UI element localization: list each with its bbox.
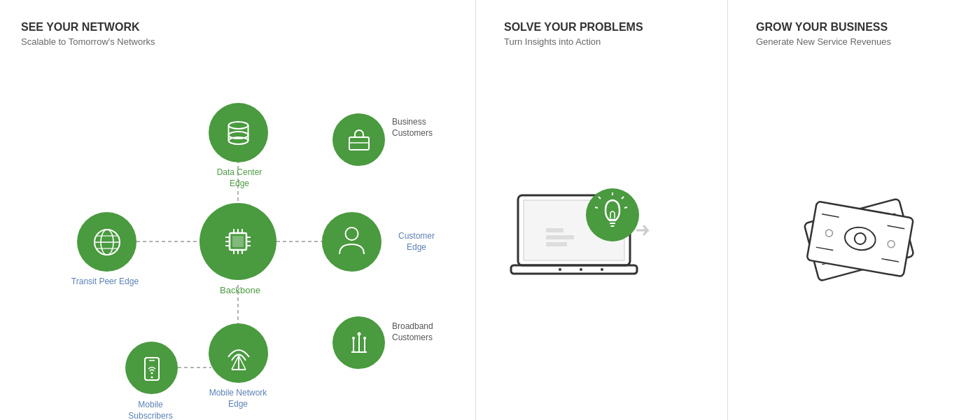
laptop-lightbulb-svg (504, 160, 658, 300)
right-section: GROW YOUR BUSINESS Generate New Service … (728, 0, 980, 420)
svg-rect-52 (511, 265, 637, 274)
middle-title: SOLVE YOUR PROBLEMS (504, 21, 643, 34)
broadband-customers-label: BroadbandCustomers (392, 321, 455, 343)
broadband-customers-node (332, 316, 385, 369)
business-customers-label: BusinessCustomers (392, 117, 455, 139)
mobile-network-node (209, 323, 268, 383)
left-subtitle: Scalable to Tomorrow's Networks (21, 36, 475, 47)
left-section: SEE YOUR NETWORK Scalable to Tomorrow's … (0, 0, 476, 420)
mobile-subscribers-node (125, 342, 178, 394)
solve-illustration (504, 54, 658, 406)
mobile-network-label: Mobile NetworkEdge (200, 388, 276, 410)
svg-line-67 (624, 207, 627, 208)
transit-peer-label: Transit Peer Edge (66, 276, 144, 288)
money-svg (791, 171, 931, 290)
svg-point-20 (229, 122, 248, 129)
svg-point-39 (150, 377, 153, 379)
right-subtitle: Generate New Service Revenues (756, 36, 966, 47)
backbone-label: Backbone (209, 285, 272, 297)
backbone-node (200, 203, 276, 280)
svg-line-69 (595, 207, 598, 208)
right-title: GROW YOUR BUSINESS (756, 21, 966, 34)
svg-point-48 (352, 337, 355, 340)
svg-point-47 (357, 332, 360, 335)
business-customers-node (332, 113, 385, 166)
svg-rect-77 (806, 201, 913, 276)
middle-section: SOLVE YOUR PROBLEMS Turn Insights into A… (476, 0, 728, 420)
svg-point-54 (580, 268, 582, 271)
data-center-label: Data CenterEdge (204, 167, 274, 189)
transit-peer-node (77, 212, 136, 272)
customer-edge-label: CustomerEdge (388, 231, 444, 253)
svg-point-32 (346, 227, 358, 240)
svg-point-40 (150, 372, 153, 374)
middle-subtitle: Turn Insights into Action (504, 36, 601, 47)
grow-illustration (756, 54, 966, 406)
svg-point-59 (586, 188, 639, 241)
svg-point-53 (559, 268, 561, 271)
svg-rect-7 (232, 236, 244, 247)
svg-point-49 (363, 337, 366, 340)
customer-edge-node (322, 212, 382, 272)
svg-rect-41 (349, 137, 369, 150)
svg-point-55 (601, 268, 603, 271)
network-diagram: Backbone Data CenterEdge (21, 54, 476, 420)
left-title: SEE YOUR NETWORK (21, 21, 475, 34)
data-center-node (209, 103, 268, 162)
mobile-subscribers-label: MobileSubscribers (115, 400, 186, 420)
